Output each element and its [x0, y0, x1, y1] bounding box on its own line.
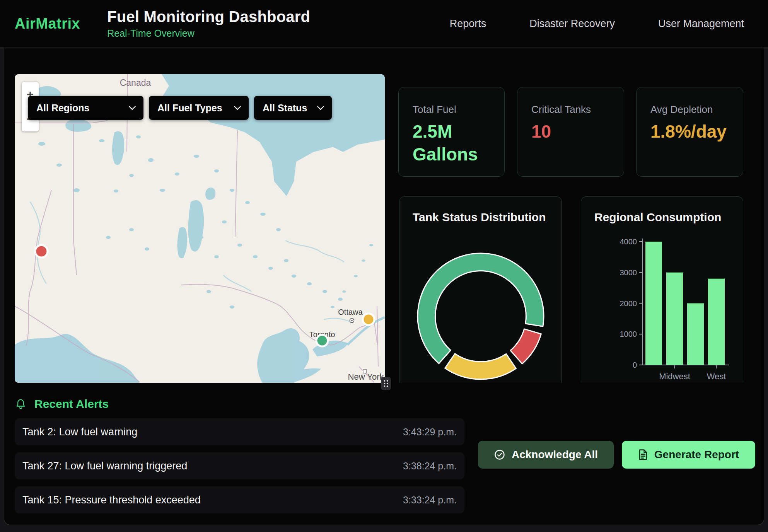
- status-filter-dropdown[interactable]: All Status: [254, 96, 332, 120]
- page-subtitle: Real-Time Overview: [107, 28, 310, 39]
- map-resize-grip[interactable]: [381, 377, 391, 390]
- title-block: Fuel Monitoring Dashboard Real-Time Over…: [107, 8, 310, 39]
- alert-row: Tank 2: Low fuel warning 3:43:29 p.m.: [15, 418, 464, 445]
- fuel-type-filter-value: All Fuel Types: [157, 102, 222, 114]
- warning-tank-marker[interactable]: [363, 314, 374, 325]
- nav-item-user-management[interactable]: User Management: [658, 18, 744, 30]
- critical-tank-marker[interactable]: [35, 245, 48, 257]
- stat-card-total-fuel: Total Fuel 2.5M Gallons: [398, 87, 505, 177]
- alert-timestamp: 3:33:24 p.m.: [403, 494, 457, 506]
- stat-card-avg-depletion: Avg Depletion 1.8%/day: [636, 87, 743, 177]
- map-canvas: CanadaOttawaTorontoNew York: [15, 74, 385, 383]
- stat-card-critical-tanks: Critical Tanks 10: [517, 87, 624, 177]
- donut-segment-critical: [510, 329, 541, 364]
- map-label-canada: Canada: [120, 78, 151, 88]
- tank-status-donut-chart: [399, 197, 562, 383]
- app-header: AirMatrix Fuel Monitoring Dashboard Real…: [0, 0, 768, 48]
- map-label-new-york: New York: [348, 372, 384, 382]
- alert-timestamp: 3:43:29 p.m.: [403, 426, 457, 438]
- bell-icon: [15, 398, 26, 410]
- recent-alerts-header: Recent Alerts: [15, 397, 109, 411]
- y-tick-label: 3000: [620, 268, 637, 277]
- tank-status-card: Tank Status Distribution: [399, 196, 562, 383]
- region-filter-value: All Regions: [36, 102, 90, 114]
- bar-3: [708, 279, 725, 365]
- main-nav: Reports Disaster Recovery User Managemen…: [450, 18, 768, 30]
- generate-report-button[interactable]: Generate Report: [622, 441, 755, 469]
- stat-label: Critical Tanks: [531, 104, 610, 116]
- bar-1: [666, 273, 683, 365]
- y-tick-label: 2000: [620, 299, 637, 308]
- fuel-type-filter-dropdown[interactable]: All Fuel Types: [149, 96, 249, 120]
- x-tick-label: Midwest: [659, 372, 690, 381]
- x-tick-label: West: [707, 372, 726, 381]
- bar-2: [687, 304, 704, 365]
- alert-message: Tank 15: Pressure threshold exceeded: [22, 494, 201, 506]
- grip-dots-icon: [383, 379, 389, 388]
- alert-row: Tank 27: Low fuel warning triggered 3:38…: [15, 452, 464, 479]
- region-filter-dropdown[interactable]: All Regions: [28, 96, 143, 120]
- fuel-map[interactable]: CanadaOttawaTorontoNew York + − All Regi…: [15, 74, 385, 383]
- stat-value: 10: [531, 120, 610, 143]
- stat-label: Avg Depletion: [650, 104, 729, 116]
- alert-message: Tank 27: Low fuel warning triggered: [22, 460, 187, 472]
- y-tick-label: 0: [633, 361, 637, 369]
- acknowledge-all-button[interactable]: Acknowledge All: [478, 441, 614, 469]
- alert-message: Tank 2: Low fuel warning: [22, 426, 137, 438]
- chevron-down-icon: [234, 106, 241, 110]
- stat-value: 2.5M Gallons: [413, 120, 490, 166]
- acknowledge-all-label: Acknowledge All: [512, 448, 598, 461]
- stat-label: Total Fuel: [413, 104, 490, 116]
- circle-check-icon: [494, 449, 505, 460]
- page-title: Fuel Monitoring Dashboard: [107, 8, 310, 26]
- nav-item-reports[interactable]: Reports: [450, 18, 486, 30]
- stat-value: 1.8%/day: [650, 120, 729, 143]
- map-label-ottawa: Ottawa: [338, 308, 363, 316]
- y-tick-label: 1000: [620, 330, 637, 338]
- document-icon: [638, 449, 648, 460]
- generate-report-label: Generate Report: [654, 448, 739, 461]
- regional-consumption-bar-chart: 01000200030004000MidwestWest: [581, 197, 743, 383]
- alert-row: Tank 15: Pressure threshold exceeded 3:3…: [15, 486, 464, 513]
- donut-segment-warning: [445, 354, 516, 379]
- normal-tank-marker[interactable]: [316, 335, 328, 346]
- regional-consumption-card: Regional Consumption 01000200030004000Mi…: [581, 196, 743, 383]
- y-tick-label: 4000: [620, 237, 637, 246]
- app-logo: AirMatrix: [15, 15, 80, 32]
- recent-alerts-heading: Recent Alerts: [34, 397, 109, 411]
- alert-timestamp: 3:38:24 p.m.: [403, 460, 457, 472]
- nav-item-disaster-recovery[interactable]: Disaster Recovery: [529, 18, 615, 30]
- bar-0: [645, 242, 662, 365]
- map-filter-row: All Regions All Fuel Types All Status: [28, 96, 332, 120]
- chevron-down-icon: [129, 106, 136, 110]
- status-filter-value: All Status: [263, 102, 307, 114]
- chevron-down-icon: [317, 106, 324, 110]
